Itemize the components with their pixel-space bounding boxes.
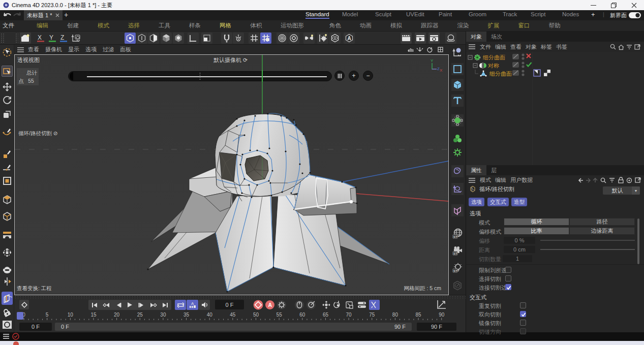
svg-text:A: A	[348, 36, 351, 41]
svg-text:65: 65	[323, 312, 329, 318]
svg-text:45: 45	[230, 312, 236, 318]
svg-text:对称: 对称	[488, 62, 499, 69]
svg-text:70: 70	[346, 312, 352, 318]
svg-text:细分曲面: 细分曲面	[482, 54, 505, 60]
svg-text:30: 30	[160, 312, 166, 318]
svg-text:55: 55	[277, 312, 283, 318]
svg-text:10: 10	[68, 312, 74, 318]
svg-text:90: 90	[439, 312, 445, 318]
svg-text:X: X	[38, 34, 42, 41]
svg-text:25: 25	[137, 312, 143, 318]
svg-text:60: 60	[299, 312, 305, 318]
svg-text:5: 5	[46, 312, 49, 318]
svg-text:Z: Z	[60, 34, 64, 41]
svg-text:细分曲面: 细分曲面	[489, 71, 512, 77]
svg-text:A: A	[191, 301, 194, 306]
svg-text:ST: ST	[453, 252, 457, 255]
svg-text:Y: Y	[431, 58, 434, 63]
svg-text:A: A	[268, 302, 272, 308]
svg-text:X: X	[440, 68, 443, 72]
svg-text:75: 75	[369, 312, 375, 318]
svg-text:ST: ST	[453, 235, 457, 238]
svg-text:Y: Y	[49, 34, 53, 41]
svg-text:80: 80	[392, 312, 398, 318]
svg-text:20: 20	[114, 312, 120, 318]
svg-text:ST: ST	[453, 269, 457, 272]
svg-text:50: 50	[253, 312, 259, 318]
svg-text:15: 15	[90, 312, 97, 318]
svg-text:35: 35	[183, 312, 190, 318]
svg-text:85: 85	[415, 312, 421, 318]
svg-text:40: 40	[207, 312, 213, 318]
